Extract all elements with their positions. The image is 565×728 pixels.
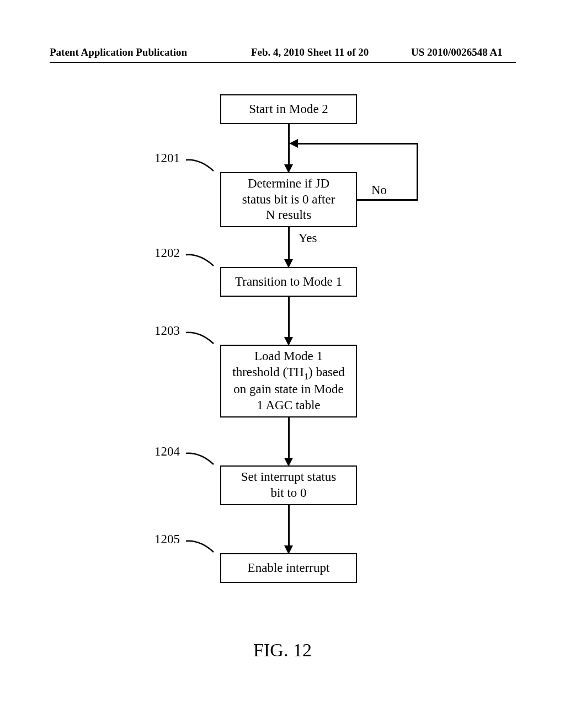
connector — [288, 505, 290, 547]
refnum-1204: 1204 — [154, 445, 180, 459]
flow-box-start: Start in Mode 2 — [220, 94, 357, 124]
flow-box-1203-line4: 1 AGC table — [257, 398, 321, 414]
refnum-1205: 1205 — [154, 532, 180, 547]
flow-box-1204: Set interrupt status bit to 0 — [220, 465, 357, 505]
header-publication: Patent Application Publication — [50, 46, 187, 58]
connector — [357, 199, 418, 201]
flow-box-1203-line1: Load Mode 1 — [254, 349, 323, 365]
flow-box-1204-line1: Set interrupt status — [241, 469, 336, 485]
flow-box-1204-line2: bit to 0 — [270, 485, 306, 501]
swoosh-icon — [185, 158, 218, 173]
connector — [288, 417, 290, 459]
swoosh-icon — [185, 253, 218, 268]
flow-box-1203-line2: threshold (TH1) based — [232, 365, 345, 382]
flow-box-1205-text: Enable interrupt — [248, 560, 330, 576]
swoosh-icon — [185, 330, 218, 346]
refnum-1201: 1201 — [154, 151, 180, 165]
swoosh-icon — [185, 539, 218, 554]
header-date-sheet: Feb. 4, 2010 Sheet 11 of 20 — [251, 46, 369, 58]
flow-box-1202-text: Transition to Mode 1 — [235, 274, 342, 290]
flow-box-1201-line1: Determine if JD — [248, 176, 329, 192]
header-rule — [50, 62, 516, 63]
edge-label-yes: Yes — [299, 231, 317, 245]
swoosh-icon — [185, 451, 218, 467]
refnum-1202: 1202 — [154, 246, 180, 260]
flow-box-1201-line2: status bit is 0 after — [242, 192, 335, 208]
edge-label-no: No — [371, 183, 387, 197]
flow-box-1203-line3: on gain state in Mode — [233, 382, 343, 398]
flow-box-1202: Transition to Mode 1 — [220, 267, 357, 297]
connector — [417, 143, 418, 200]
arrowhead-icon — [289, 139, 298, 148]
figure-caption: FIG. 12 — [0, 640, 565, 661]
header-pubnumber: US 2010/0026548 A1 — [411, 46, 503, 58]
connector — [288, 297, 290, 338]
flow-box-1205: Enable interrupt — [220, 553, 357, 583]
refnum-1203: 1203 — [154, 324, 180, 338]
flow-box-1201-line3: N results — [266, 207, 311, 223]
flow-box-1201: Determine if JD status bit is 0 after N … — [220, 172, 357, 227]
connector — [297, 143, 418, 144]
flow-box-start-text: Start in Mode 2 — [249, 101, 328, 117]
connector — [288, 227, 290, 260]
flow-box-1203: Load Mode 1 threshold (TH1) based on gai… — [220, 345, 357, 417]
